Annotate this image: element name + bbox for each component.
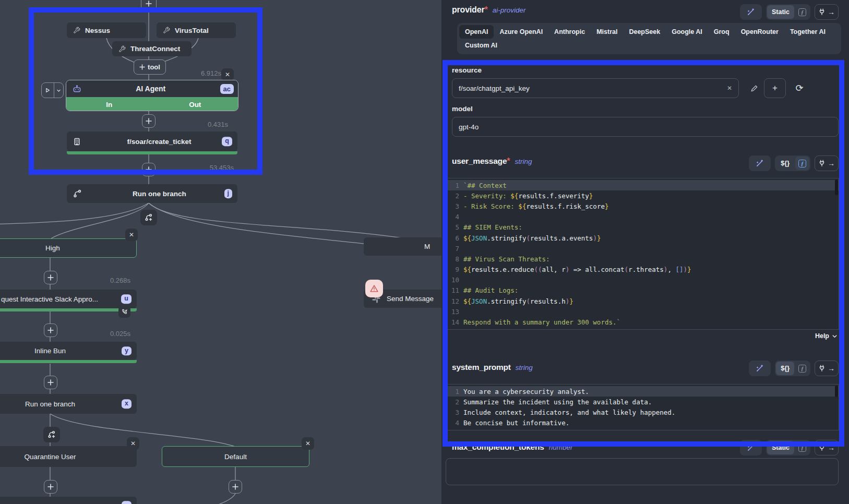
node-inline-bun[interactable]: Inline Bun y xyxy=(0,342,137,360)
chevron-down-icon xyxy=(832,333,838,339)
agent-in-handle[interactable]: In xyxy=(66,97,152,111)
function-icon: ƒ xyxy=(798,160,806,167)
ai-autofill-button[interactable] xyxy=(740,440,762,455)
field-name-user-message: user_message xyxy=(452,157,507,166)
provider-tab-groq[interactable]: Groq xyxy=(708,25,735,39)
function-icon: ƒ xyxy=(798,365,806,373)
close-icon[interactable]: ✕ xyxy=(221,68,234,81)
connect-actions-group[interactable]: → xyxy=(815,440,839,455)
static-mode-segment[interactable]: Static xyxy=(767,441,794,454)
mode-toggle-user-message: ${} ƒ xyxy=(775,155,810,171)
expression-editor-segment[interactable]: ƒ xyxy=(795,362,809,375)
help-toggle[interactable]: Help xyxy=(815,332,838,340)
template-mode-segment[interactable]: ${} xyxy=(776,362,794,375)
field-type-label: string xyxy=(516,364,533,371)
connect-actions-group[interactable]: → xyxy=(815,361,839,376)
provider-tab-anthropic[interactable]: Anthropic xyxy=(548,25,591,39)
node-nessus[interactable]: Nessus xyxy=(67,22,146,38)
provider-tab-azure-openai[interactable]: Azure OpenAI xyxy=(494,25,548,39)
ref-badge: j xyxy=(224,189,232,198)
phone-incoming-icon[interactable] xyxy=(118,306,130,318)
node-virustotal[interactable]: VirusTotal xyxy=(157,22,236,38)
add-step-connector[interactable] xyxy=(142,163,156,176)
field-type-label: ai-provider xyxy=(493,6,526,14)
provider-tab-together-ai[interactable]: Together AI xyxy=(784,25,831,39)
plus-icon xyxy=(139,64,145,70)
node-label: Nessus xyxy=(85,27,146,34)
add-step-connector[interactable] xyxy=(141,0,157,11)
duration-label: 0.268s xyxy=(110,277,130,284)
node-slack-approval[interactable]: quest Interactive Slack Appro... u xyxy=(0,290,137,308)
building-icon xyxy=(73,138,81,146)
node-ai-agent[interactable]: AI Agent ac In Out xyxy=(66,80,238,111)
provider-tab-deepseek[interactable]: DeepSeek xyxy=(623,25,666,39)
success-bar xyxy=(0,360,137,363)
editor-scrollbar[interactable] xyxy=(835,386,838,397)
provider-tab-custom-ai[interactable]: Custom AI xyxy=(459,39,503,52)
node-run-one-branch-2[interactable]: Run one branch x xyxy=(0,394,137,414)
close-icon[interactable]: ✕ xyxy=(302,437,314,450)
resource-input[interactable]: f/soar/chatgpt_api_key ✕ xyxy=(452,78,739,98)
wrench-icon xyxy=(73,27,80,34)
arrow-right-icon: → xyxy=(828,8,835,16)
node-quarantine-user[interactable]: Quarantine User xyxy=(0,446,137,467)
help-label: Help xyxy=(815,332,829,340)
ai-autofill-button[interactable] xyxy=(749,361,771,376)
node-threatconnect[interactable]: ThreatConnect xyxy=(112,41,192,56)
mode-toggle-provider: Static ƒ xyxy=(766,4,810,20)
connect-actions-group[interactable]: → xyxy=(815,4,839,20)
add-step-connector[interactable] xyxy=(142,114,156,128)
node-branch-medium[interactable]: M xyxy=(364,237,441,256)
clear-icon[interactable]: ✕ xyxy=(727,85,732,92)
node-branch-high[interactable]: High xyxy=(0,238,137,258)
add-branch-button[interactable] xyxy=(43,427,60,442)
refresh-resources-button[interactable]: ⟳ xyxy=(790,78,809,98)
add-step-connector[interactable] xyxy=(44,323,57,337)
node-create-ticket[interactable]: f/soar/create_ticket q xyxy=(67,131,237,151)
chevron-down-icon[interactable] xyxy=(54,83,63,98)
expression-editor-segment[interactable]: ƒ xyxy=(795,441,809,454)
field-name-max-tokens: max_completion_tokens xyxy=(452,442,544,452)
expression-editor-segment[interactable]: ƒ xyxy=(795,157,809,170)
connect-actions-group[interactable]: → xyxy=(815,155,839,171)
function-icon: ƒ xyxy=(798,444,806,452)
ai-autofill-button[interactable] xyxy=(749,155,771,171)
play-icon[interactable] xyxy=(42,83,54,98)
node-branch-default[interactable]: Default xyxy=(162,446,309,467)
max-tokens-input[interactable] xyxy=(446,458,839,485)
provider-tabs[interactable]: OpenAIAzure OpenAIAnthropicMistralDeepSe… xyxy=(457,23,841,54)
provider-tab-openai[interactable]: OpenAI xyxy=(459,25,494,39)
node-run-one-branch-1[interactable]: Run one branch j xyxy=(67,184,237,203)
add-step-connector[interactable] xyxy=(229,480,242,494)
static-mode-segment[interactable]: Static xyxy=(767,5,794,19)
provider-tab-google-ai[interactable]: Google AI xyxy=(666,25,708,39)
add-resource-button[interactable]: + xyxy=(764,78,786,98)
node-label: Send Message xyxy=(387,295,434,303)
node-label: f/soar/create_ticket xyxy=(81,138,237,146)
model-input[interactable] xyxy=(452,117,839,137)
provider-tab-openrouter[interactable]: OpenRouter xyxy=(735,25,784,39)
plug-icon xyxy=(818,8,826,16)
add-step-connector[interactable] xyxy=(44,376,57,389)
plug-icon xyxy=(818,160,826,167)
template-mode-segment[interactable]: ${} xyxy=(776,157,794,170)
provider-tab-mistral[interactable]: Mistral xyxy=(591,25,623,39)
system-prompt-code-editor[interactable]: 1You are a cybersecurity analyst.2Summar… xyxy=(447,384,839,430)
tool-pill[interactable]: tool xyxy=(134,59,166,75)
expression-editor-segment[interactable]: ƒ xyxy=(795,5,809,19)
node-label: Quarantine User xyxy=(0,453,137,461)
run-node-button-group[interactable] xyxy=(41,82,64,98)
node-bottom-clipped[interactable] xyxy=(0,497,137,504)
editor-scrollbar[interactable] xyxy=(835,179,838,195)
add-step-connector[interactable] xyxy=(44,271,57,284)
add-step-connector[interactable] xyxy=(44,480,57,494)
edit-resource-button[interactable] xyxy=(745,78,763,98)
agent-out-handle[interactable]: Out xyxy=(152,97,238,111)
user-message-code-editor[interactable]: 1`## Context2- Severity: ${results.f.sev… xyxy=(447,178,839,330)
add-branch-button[interactable] xyxy=(140,210,157,225)
ai-autofill-button[interactable] xyxy=(740,4,762,20)
close-icon[interactable]: ✕ xyxy=(125,229,138,241)
workflow-canvas[interactable]: Nessus VirusTotal ThreatConnect tool 6.9… xyxy=(0,0,441,504)
node-label: Run one branch xyxy=(0,400,137,408)
success-bar xyxy=(0,308,137,311)
